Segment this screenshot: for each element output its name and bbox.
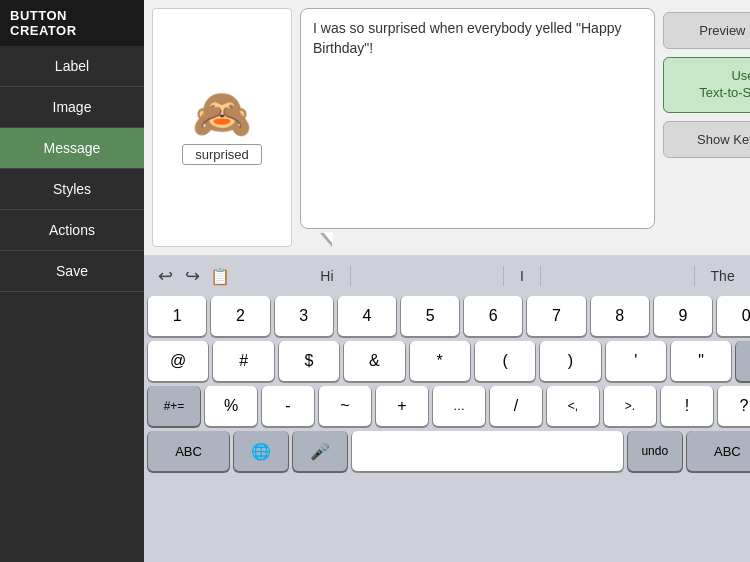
sidebar: BUTTON CREATOR Label Image Message Style… [0,0,144,562]
key-gt-period[interactable]: >. [604,386,656,426]
key-3[interactable]: 3 [275,296,333,336]
key-2[interactable]: 2 [211,296,269,336]
key-rparen[interactable]: ) [540,341,600,381]
message-area: I was so surprised when everybody yelled… [300,8,655,247]
predictive-bar: ↩ ↪ 📋 Hi I The [148,259,750,293]
keyboard-row-symbols2: #+= % - ~ + … / <, >. ! ? #+= [148,386,750,426]
key-exclaim[interactable]: ! [661,386,713,426]
preview-sound-button[interactable]: Preview Sound [663,12,750,49]
key-1[interactable]: 1 [148,296,206,336]
controls-panel: Preview Sound Use Text-to-Speech Show Ke… [663,8,750,247]
key-hash[interactable]: # [213,341,273,381]
return-key[interactable]: return [736,341,750,381]
key-at[interactable]: @ [148,341,208,381]
pred-word-1[interactable]: Hi [304,266,350,286]
undo-key[interactable]: undo [628,431,682,471]
key-dollar[interactable]: $ [279,341,339,381]
shift-key[interactable]: #+= [148,386,200,426]
mic-key[interactable]: 🎤 [293,431,347,471]
key-7[interactable]: 7 [527,296,585,336]
sidebar-item-message[interactable]: Message [0,128,144,169]
keyboard-row-bottom: ABC 🌐 🎤 undo ABC ⌨ [148,431,750,471]
abc-key-right[interactable]: ABC [687,431,750,471]
preview-emoji: 🙈 [192,90,252,138]
key-percent[interactable]: % [205,386,257,426]
key-plus[interactable]: + [376,386,428,426]
key-slash[interactable]: / [490,386,542,426]
key-quote[interactable]: " [671,341,731,381]
key-4[interactable]: 4 [338,296,396,336]
tts-line2: Text-to-Speech [699,85,750,100]
key-tilde[interactable]: ~ [319,386,371,426]
key-5[interactable]: 5 [401,296,459,336]
tts-button[interactable]: Use Text-to-Speech [663,57,750,113]
key-ellipsis[interactable]: … [433,386,485,426]
globe-key[interactable]: 🌐 [234,431,288,471]
key-lt-comma[interactable]: <, [547,386,599,426]
key-ampersand[interactable]: & [344,341,404,381]
space-key[interactable] [352,431,622,471]
button-preview-card: 🙈 surprised [152,8,292,247]
key-apostrophe[interactable]: ' [606,341,666,381]
key-6[interactable]: 6 [464,296,522,336]
pred-word-2[interactable]: I [503,266,541,286]
key-0[interactable]: 0 [717,296,750,336]
key-question[interactable]: ? [718,386,750,426]
preview-label: surprised [182,144,261,165]
speech-bubble-tail [320,233,332,247]
redo-button[interactable]: ↪ [183,265,202,287]
undo-redo-area: ↩ ↪ 📋 [148,265,228,287]
key-8[interactable]: 8 [591,296,649,336]
keyboard-row-numbers: 1 2 3 4 5 6 7 8 9 0 ⌫ [148,296,750,336]
clipboard-button[interactable]: 📋 [210,267,230,286]
sidebar-title: BUTTON CREATOR [0,0,144,46]
key-asterisk[interactable]: * [410,341,470,381]
predictive-words: Hi I The [228,266,750,286]
keyboard-area: ↩ ↪ 📋 Hi I The 1 2 3 4 5 6 7 8 9 0 ⌫ [144,255,750,562]
top-panel: 🙈 surprised I was so surprised when ever… [144,0,750,255]
tts-line1: Use [731,68,750,83]
key-dash[interactable]: - [262,386,314,426]
key-lparen[interactable]: ( [475,341,535,381]
sidebar-item-save[interactable]: Save [0,251,144,292]
show-keyboard-button[interactable]: Show Keyboard [663,121,750,158]
sidebar-item-actions[interactable]: Actions [0,210,144,251]
abc-key-left[interactable]: ABC [148,431,229,471]
keyboard-row-symbols1: @ # $ & * ( ) ' " return [148,341,750,381]
message-input[interactable]: I was so surprised when everybody yelled… [300,8,655,229]
undo-button[interactable]: ↩ [156,265,175,287]
key-9[interactable]: 9 [654,296,712,336]
main-content: 🙈 surprised I was so surprised when ever… [144,0,750,562]
sidebar-item-styles[interactable]: Styles [0,169,144,210]
sidebar-item-label[interactable]: Label [0,46,144,87]
sidebar-item-image[interactable]: Image [0,87,144,128]
pred-word-3[interactable]: The [694,266,750,286]
